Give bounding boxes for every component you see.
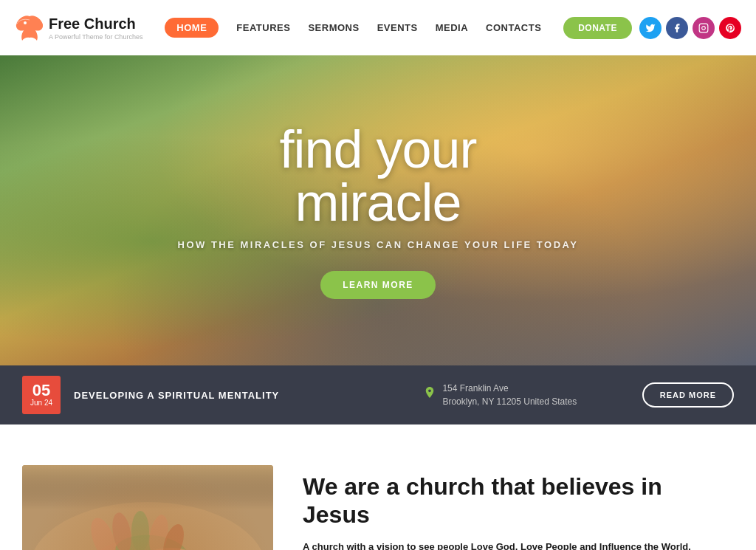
about-tagline: A church with a vision to see people Lov… (303, 540, 734, 550)
event-title: DEVELOPING A SPIRITUAL MENTALITY (74, 390, 358, 401)
svg-point-8 (125, 544, 199, 550)
logo-title: Free Church (49, 16, 142, 32)
event-location: 154 Franklin Ave Brooklyn, NY 11205 Unit… (358, 382, 642, 408)
svg-rect-16 (22, 465, 273, 509)
hero-title-line2: miracle (295, 173, 461, 232)
svg-point-10 (86, 515, 121, 550)
svg-point-4 (30, 502, 266, 550)
pinterest-icon[interactable] (719, 17, 741, 39)
about-heading: We are a church that believes in Jesus (303, 472, 734, 529)
hero-title-line1: find your (279, 120, 476, 179)
hero-title: find your miracle (178, 123, 579, 229)
instagram-icon[interactable] (693, 17, 715, 39)
svg-rect-3 (22, 465, 273, 550)
svg-rect-1 (699, 24, 708, 32)
main-nav: HOME FEATURES SERMONS EVENTS MEDIA CONTA… (165, 18, 541, 38)
nav-events[interactable]: EVENTS (377, 22, 418, 33)
nav-media[interactable]: MEDIA (436, 22, 468, 33)
hero-cta-button[interactable]: LEARN MORE (320, 271, 436, 299)
hero-section: find your miracle HOW THE MIRACLES OF JE… (0, 55, 756, 365)
svg-point-11 (109, 511, 134, 550)
event-bar: 05 Jun 24 DEVELOPING A SPIRITUAL MENTALI… (0, 365, 756, 424)
header-right: DONATE (563, 17, 741, 39)
svg-point-13 (146, 513, 171, 550)
logo-subtitle: A Powerful Theme for Churches (49, 33, 142, 41)
hero-subtitle: HOW THE MIRACLES OF JESUS CAN CHANGE YOU… (178, 239, 579, 250)
nav-sermons[interactable]: SERMONS (308, 22, 359, 33)
location-line2: Brooklyn, NY 11205 United States (442, 395, 577, 408)
nav-contacts[interactable]: CONTACTS (486, 22, 541, 33)
nav-features[interactable]: FEATURES (236, 22, 290, 33)
hero-content: find your miracle HOW THE MIRACLES OF JE… (163, 108, 594, 314)
event-date-month: Jun 24 (30, 399, 52, 408)
nav-home[interactable]: HOME (165, 18, 219, 38)
svg-point-5 (81, 531, 171, 550)
location-icon (423, 385, 436, 405)
location-text: 154 Franklin Ave Brooklyn, NY 11205 Unit… (442, 382, 577, 408)
donate-button[interactable]: DONATE (563, 17, 632, 39)
svg-point-0 (24, 21, 27, 24)
event-date-box: 05 Jun 24 (22, 376, 61, 414)
twitter-icon[interactable] (639, 17, 662, 39)
about-content: We are a church that believes in Jesus A… (303, 465, 734, 550)
svg-point-12 (131, 511, 149, 550)
about-image (22, 465, 273, 550)
site-header: Free Church A Powerful Theme for Churche… (0, 0, 756, 55)
event-date-day: 05 (32, 382, 50, 399)
svg-point-6 (113, 532, 190, 550)
logo-icon (15, 11, 43, 44)
location-line1: 154 Franklin Ave (442, 382, 577, 395)
logo[interactable]: Free Church A Powerful Theme for Churche… (15, 11, 142, 44)
facebook-icon[interactable] (666, 17, 688, 39)
svg-point-7 (94, 546, 188, 550)
read-more-button[interactable]: READ MORE (642, 382, 734, 408)
svg-point-14 (159, 522, 188, 550)
social-icons (639, 17, 741, 39)
about-image-bg (22, 465, 273, 550)
about-section: We are a church that believes in Jesus A… (0, 424, 756, 550)
